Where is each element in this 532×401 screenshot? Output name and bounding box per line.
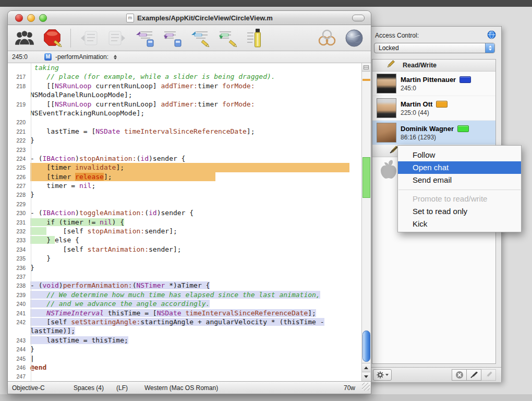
user-color-badge xyxy=(460,76,471,83)
line-number: 245 xyxy=(8,355,30,363)
popup-arrows-icon xyxy=(114,55,117,60)
next-user-change-icon[interactable] xyxy=(217,28,238,49)
code-line: 227 timer = nil; xyxy=(8,181,352,190)
code-line: 229 xyxy=(8,199,352,208)
gear-button[interactable] xyxy=(373,369,392,381)
code-line: 223 xyxy=(8,145,352,154)
scroll-down-button[interactable] xyxy=(362,372,370,381)
readwrite-section-header: Read/Write xyxy=(372,60,495,72)
zoom-button[interactable] xyxy=(39,14,47,22)
set-readonly-button[interactable] xyxy=(467,369,481,381)
symbol-popup[interactable]: -performAnimation: xyxy=(55,53,117,61)
screen-bottom-band xyxy=(0,394,532,401)
kick-user-button[interactable] xyxy=(452,369,467,381)
editor-window: m Examples/AppKit/CircleView/CircleView.… xyxy=(7,10,371,394)
line-number: 236 xyxy=(8,264,30,273)
line-number: 239 xyxy=(8,291,30,300)
menu-item-kick[interactable]: Kick xyxy=(398,218,521,230)
access-popup-value: Locked xyxy=(379,44,485,52)
line-number: 244 xyxy=(8,345,30,354)
line-number: 222 xyxy=(8,136,30,145)
code-line: 242 [self setStartingAngle:startingAngle… xyxy=(8,317,352,326)
toolbar-divider xyxy=(70,29,71,48)
user-row[interactable]: Martin Pittenauer245:0 xyxy=(372,72,495,96)
code-line: 222} xyxy=(8,136,352,145)
highlight-changes-icon[interactable] xyxy=(245,28,265,49)
document-proxy-icon[interactable]: m xyxy=(126,14,134,22)
announce-icon[interactable] xyxy=(42,28,63,49)
previous-user-change-icon[interactable] xyxy=(189,28,210,49)
line-number: 228 xyxy=(8,191,30,199)
next-symbol-icon[interactable] xyxy=(106,28,127,49)
minimize-button[interactable] xyxy=(27,14,35,22)
code-line: 245| xyxy=(8,354,352,363)
apple-avatar xyxy=(378,158,400,183)
code-line: 236} xyxy=(8,263,352,272)
previous-symbol-icon[interactable] xyxy=(79,28,100,49)
code-line: 220 xyxy=(8,117,352,126)
code-line: 246@end xyxy=(8,363,352,372)
circle-x-icon xyxy=(455,371,464,379)
next-change-icon[interactable] xyxy=(162,28,183,49)
code-line: 237 xyxy=(8,272,352,281)
line-number: 233 xyxy=(8,236,30,245)
code-line: 243 lastTime = thisTime; xyxy=(8,336,352,345)
symbol-popup-label: -performAnimation: xyxy=(55,53,108,61)
title-bar[interactable]: m Examples/AppKit/CircleView/CircleView.… xyxy=(8,11,371,25)
line-number: 247 xyxy=(8,372,30,381)
code-line: 233 } else { xyxy=(8,235,352,244)
line-number: 235 xyxy=(8,254,30,263)
line-number: 219 xyxy=(8,100,30,109)
code-editor[interactable]: taking217 // place (for example, while a… xyxy=(8,63,371,381)
user-position-detail: 245:0 xyxy=(401,85,471,92)
menu-item-send-email[interactable]: Send email xyxy=(398,174,521,186)
gutter-separator xyxy=(31,63,31,381)
language-mode-label[interactable]: Objective-C xyxy=(12,384,74,392)
menu-item-open-chat[interactable]: Open chat xyxy=(398,161,521,174)
code-line: 225 [timer invalidate]; xyxy=(8,163,352,172)
code-line: 224- (IBAction)stopAnimation:(id)sender … xyxy=(8,154,352,163)
code-line: 244} xyxy=(8,345,352,353)
encoding-label[interactable]: Western (Mac OS Roman) xyxy=(144,384,218,392)
user-context-menu: FollowOpen chatSend emailPromote to read… xyxy=(397,145,522,232)
menu-item-follow[interactable]: Follow xyxy=(398,149,521,161)
access-control-popup[interactable]: Locked xyxy=(374,43,495,53)
line-number: 225 xyxy=(8,163,30,172)
code-line: 231 if (timer != nil) { xyxy=(8,218,352,227)
scroll-up-button[interactable] xyxy=(362,363,370,372)
user-name: Martin Pittenauer xyxy=(401,76,456,84)
internet-icon[interactable] xyxy=(344,28,365,49)
window-resize-grip[interactable] xyxy=(362,383,370,391)
user-row[interactable]: Dominik Wagner86:16 (1293) xyxy=(372,121,495,145)
drawer-bottom-bar xyxy=(369,367,501,382)
previous-change-icon[interactable] xyxy=(134,28,155,49)
network-icon[interactable] xyxy=(317,28,337,49)
editor-scrollbar[interactable] xyxy=(361,63,371,381)
code-line: 240 // and we advance the angle accordin… xyxy=(8,299,352,308)
participants-icon[interactable] xyxy=(14,28,35,49)
split-view-button[interactable] xyxy=(362,63,370,72)
change-marker xyxy=(362,79,370,81)
toolbar-toggle-pill[interactable] xyxy=(352,15,365,21)
pencil-icon xyxy=(386,60,395,71)
window-title: Examples/AppKit/CircleView/CircleView.m xyxy=(137,14,273,22)
user-row[interactable]: Martin Ott225:0 (44) xyxy=(372,96,495,121)
line-endings-label[interactable]: (LF) xyxy=(116,384,144,392)
code-line: 238- (void)performAnimation:(NSTimer *)a… xyxy=(8,281,352,290)
close-button[interactable] xyxy=(15,14,23,22)
scrollbar-thumb[interactable] xyxy=(362,331,370,362)
indent-label[interactable]: Spaces (4) xyxy=(74,384,116,392)
line-number: 242 xyxy=(8,318,30,327)
code-line: 232 [self stopAnimation:sender]; xyxy=(8,227,352,235)
access-control-label: Access Control: xyxy=(375,32,419,39)
code-line: NSModalPanelRunLoopMode]; xyxy=(8,90,352,99)
set-readwrite-button[interactable] xyxy=(481,369,496,381)
line-number: 240 xyxy=(8,300,30,309)
menu-item-set-to-read-only[interactable]: Set to read only xyxy=(398,205,521,218)
line-number: 226 xyxy=(8,173,30,182)
code-line: 241 NSTimeInterval thisTime = [NSDate ti… xyxy=(8,309,352,317)
code-line: 235 } xyxy=(8,254,352,263)
user-position-detail: 225:0 (44) xyxy=(401,109,448,116)
line-number: 221 xyxy=(8,127,30,136)
user-color-badge xyxy=(436,101,448,108)
